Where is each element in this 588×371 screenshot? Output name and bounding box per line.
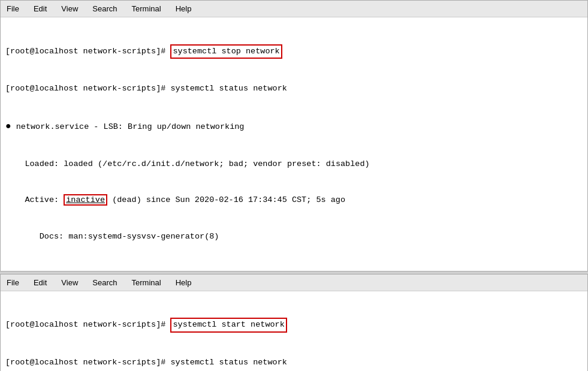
stop-command: systemctl stop network (170, 44, 282, 59)
menu-edit-1[interactable]: Edit (31, 3, 49, 14)
service-desc-1: network.service - LSB: Bring up/down net… (11, 122, 245, 131)
status-badge-inactive: inactive (64, 194, 107, 206)
bullet-1: ● (5, 121, 11, 132)
menu-bar-2: File Edit View Search Terminal Help (1, 275, 587, 291)
terminal-body-2: [root@localhost network-scripts]# system… (1, 291, 587, 371)
start-command: systemctl start network (170, 318, 287, 332)
loaded-line-1: Loaded: loaded (/etc/rc.d/init.d/network… (5, 158, 583, 170)
service-line-1: ● network.service - LSB: Bring up/down n… (5, 119, 583, 134)
menu-bar-1: File Edit View Search Terminal Help (1, 1, 587, 17)
command-line-2: [root@localhost network-scripts]# system… (5, 318, 583, 332)
prompt-1: [root@localhost network-scripts]# (5, 46, 170, 58)
menu-help-2[interactable]: Help (173, 277, 194, 288)
active-line-1: Active: inactive (dead) since Sun 2020-0… (5, 194, 583, 206)
menu-edit-2[interactable]: Edit (31, 277, 49, 288)
menu-help-1[interactable]: Help (173, 3, 194, 14)
menu-file-1[interactable]: File (4, 3, 22, 14)
menu-terminal-1[interactable]: Terminal (129, 3, 164, 14)
docs-line-1: Docs: man:systemd-sysvsv-generator(8) (5, 231, 583, 243)
menu-search-1[interactable]: Search (90, 3, 119, 14)
terminal-window-2: File Edit View Search Terminal Help [roo… (0, 274, 588, 371)
menu-view-1[interactable]: View (59, 3, 80, 14)
menu-view-2[interactable]: View (59, 277, 80, 288)
terminal-body-1: [root@localhost network-scripts]# system… (1, 17, 587, 271)
terminal-window-1: File Edit View Search Terminal Help [roo… (0, 0, 588, 272)
active-post-1: (dead) since Sun 2020-02-16 17:34:45 CST… (107, 195, 345, 204)
status-cmd-1: [root@localhost network-scripts]# system… (5, 83, 583, 95)
prompt-2: [root@localhost network-scripts]# (5, 319, 170, 331)
active-pre-1: Active: (5, 195, 64, 204)
menu-terminal-2[interactable]: Terminal (129, 277, 164, 288)
status-cmd-2: [root@localhost network-scripts]# system… (5, 357, 583, 369)
command-line-1: [root@localhost network-scripts]# system… (5, 44, 583, 59)
menu-search-2[interactable]: Search (90, 277, 119, 288)
menu-file-2[interactable]: File (4, 277, 22, 288)
